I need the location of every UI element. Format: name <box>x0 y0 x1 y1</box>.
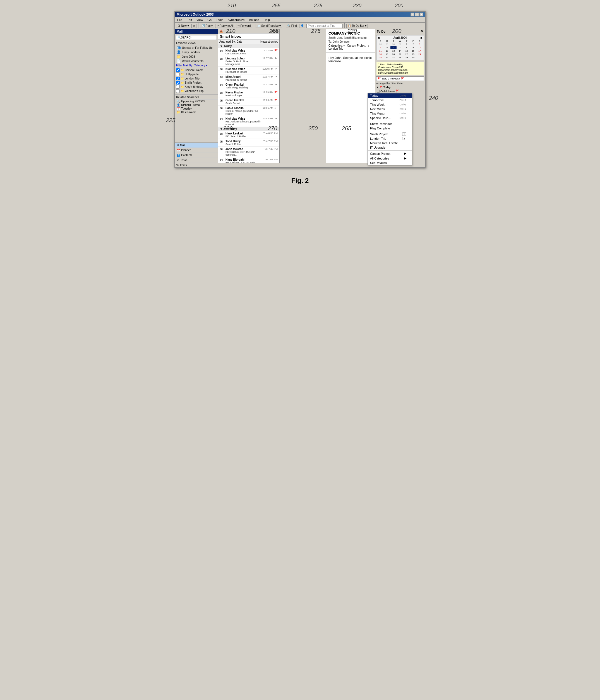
todo-call-johnson[interactable]: Call Johnson 🚩 <box>375 89 425 93</box>
cat-itupgrade[interactable]: 📁 IT Upgrade <box>175 72 218 76</box>
nav-planner[interactable]: 📅 Planner <box>175 148 218 153</box>
cal-day[interactable]: 14 <box>397 49 403 52</box>
sort-by[interactable]: Arranged By: Date <box>219 40 242 43</box>
cat-london-check[interactable] <box>176 77 180 80</box>
minimize-button[interactable]: ─ <box>410 12 414 17</box>
cal-day[interactable]: 28 <box>377 43 383 46</box>
cal-day[interactable]: 5 <box>384 46 390 49</box>
related-tuesday[interactable]: 📅 Tuesday <box>175 107 218 110</box>
cal-day[interactable]: 22 <box>404 53 410 56</box>
flag-icon[interactable]: 🚩 <box>274 99 278 105</box>
cal-day[interactable]: 4 <box>377 46 383 49</box>
cal-day[interactable]: 8 <box>404 46 410 49</box>
nav-mail[interactable]: ✉ Mail <box>175 143 218 148</box>
find-button[interactable]: 🔍 Find <box>286 24 298 28</box>
menu-london-trip[interactable]: London Trip 2 <box>368 136 412 141</box>
menu-synchronize[interactable]: Synchronize <box>226 18 246 22</box>
menu-flagcomplete[interactable]: Flag Complete <box>368 126 412 130</box>
sidebar-word[interactable]: 📄 Word Documents <box>175 59 218 63</box>
find-input[interactable] <box>306 24 343 28</box>
restore-button[interactable]: □ <box>415 12 419 17</box>
email-kevin[interactable]: ✉ Kevin Fischer toast no longer 12:29 PM… <box>218 90 279 98</box>
menu-nextweek[interactable]: Next Week Ctrl+4 <box>368 107 412 111</box>
reply-all-button[interactable]: ↩ Reply to All <box>215 24 235 28</box>
filter-mail[interactable]: Filter Mail By: Category ▾ <box>175 63 218 68</box>
email-glenn-2[interactable]: ✉ Glenn Frankel Smith Report 11:06 AM 🚩 <box>218 98 279 106</box>
cal-day[interactable]: 12 <box>384 49 390 52</box>
menu-thismonth[interactable]: This Month Ctrl+5 <box>368 111 412 116</box>
cal-day[interactable]: 24 <box>417 53 423 56</box>
menu-smith-project[interactable]: Smith Project 1 <box>368 132 412 136</box>
flag-icon[interactable]: 🚩 <box>274 91 278 97</box>
cat-carson-check[interactable] <box>176 68 180 72</box>
nav-tasks[interactable]: ☑ Tasks <box>175 158 218 163</box>
email-hans[interactable]: ✉ Hans Bjordahl RE: Outlook OOF the pain… <box>218 157 279 163</box>
cal-prev-button[interactable]: ◀ <box>377 36 380 39</box>
sort-order[interactable]: Newest on top <box>260 40 278 43</box>
cal-day[interactable]: 30 <box>410 56 416 59</box>
address-book-button[interactable]: 👤 <box>299 24 305 28</box>
cal-day[interactable]: 30 <box>390 43 397 46</box>
cal-next-button[interactable]: ▶ <box>421 36 423 39</box>
inbox-group-today[interactable]: ▼ Today <box>218 44 279 48</box>
cat-london[interactable]: 📁 London Trip <box>175 76 218 81</box>
email-nicholas-1[interactable]: ✉ Nicholas Valez Carson Document 1:02 PM… <box>218 48 279 56</box>
sidebar-june2003[interactable]: 📁 June 2003 <box>175 54 218 59</box>
cal-day[interactable]: 28 <box>397 56 403 59</box>
close-button[interactable]: ✕ <box>419 12 423 17</box>
delete-button[interactable]: ✕ <box>191 24 196 28</box>
cal-day[interactable]: 9 <box>410 46 416 49</box>
menu-marietta[interactable]: Marietta Real Estate <box>368 141 412 145</box>
menu-carson-project[interactable]: Carson Project ▶ <box>368 151 412 156</box>
cal-day[interactable]: 25 <box>377 56 383 59</box>
cal-day[interactable]: 19 <box>384 53 390 56</box>
cal-day[interactable]: 2 <box>410 43 416 46</box>
cat-valentine[interactable]: 📁 Valentine's Trip <box>175 89 218 93</box>
cat-smith[interactable]: 📁 Smith Project <box>175 81 218 85</box>
email-nicholas-2[interactable]: ✉ Nicholas Valez RE: toast no longer 12:… <box>218 67 279 74</box>
todo-bar-button[interactable]: 📋 To Do Bar ▾ <box>346 24 368 28</box>
menu-actions[interactable]: Actions <box>248 18 260 22</box>
cal-day[interactable]: 29 <box>404 56 410 59</box>
menu-specificdate[interactable]: Specific Date... Ctrl+6 <box>368 116 412 120</box>
new-button[interactable]: 🗒 New ▾ <box>176 24 190 28</box>
related-fp2003[interactable]: 🔍 Upgrading FP2003... <box>175 100 218 103</box>
cal-day[interactable]: 15 <box>404 49 410 52</box>
email-glenn-1[interactable]: ✉ Glenn Frankel Technology Training 12:3… <box>218 82 279 90</box>
sidebar-tracy[interactable]: 👤 Tracy Landers <box>175 50 218 54</box>
flag-icon[interactable]: 🏳 <box>274 117 278 126</box>
forward-button[interactable]: ➡ Forward <box>236 24 252 28</box>
cal-day[interactable]: 18 <box>377 53 383 56</box>
menu-view[interactable]: View <box>195 18 204 22</box>
menu-thisweek[interactable]: This Week Ctrl+3 <box>368 102 412 107</box>
email-todd[interactable]: ✉ Todd Briley Search Folder Tue 7:50 PM <box>218 139 279 147</box>
cal-day[interactable]: 29 <box>384 43 390 46</box>
checkbox[interactable] <box>377 90 380 93</box>
email-paolo[interactable]: ✉ Paolo Tosolini Outlook menus greyed fo… <box>218 106 279 116</box>
menu-help[interactable]: Help <box>262 18 271 22</box>
cal-day[interactable]: 31 <box>397 43 403 46</box>
email-mike[interactable]: ✉ Mike Arcuri RE: toast no longer 12:37 … <box>218 74 279 82</box>
nav-contacts[interactable]: 👥 Contacts <box>175 153 218 158</box>
cat-amy[interactable]: 📁 Amy's Birthday <box>175 85 218 89</box>
menu-tools[interactable]: Tools <box>215 18 224 22</box>
email-hank[interactable]: ✉ Hank Leukart RE: Search Folder Tue 8:5… <box>218 131 279 139</box>
flag-icon[interactable]: 🚩 <box>274 49 278 55</box>
todo-group-today[interactable]: ▼ 🚩 Today <box>375 85 425 89</box>
menu-itupgrade[interactable]: IT Upgrade <box>368 145 412 150</box>
cal-day[interactable]: 17 <box>417 49 423 52</box>
cal-day[interactable]: 13 <box>390 49 397 52</box>
reply-button[interactable]: 🔄 Reply <box>200 24 214 28</box>
cal-day[interactable]: 11 <box>377 49 383 52</box>
cal-day[interactable]: 10 <box>417 46 423 49</box>
cal-day[interactable]: 3 <box>417 43 423 46</box>
related-richard[interactable]: 👤 Richard Premo <box>175 103 218 107</box>
menu-file[interactable]: File <box>176 18 183 22</box>
flag-icon[interactable]: 🏳 <box>274 83 278 89</box>
flag-icon[interactable]: 🏳 <box>274 68 278 73</box>
cat-itupgrade-check[interactable] <box>176 73 180 76</box>
menu-go[interactable]: Go <box>206 18 213 22</box>
email-john-mc[interactable]: ✉ John McCrae RE: Outlook OOF, the pain … <box>218 147 279 157</box>
related-blue[interactable]: 📁 Blue Project <box>175 110 218 114</box>
menu-today[interactable]: Today Ctrl+1 <box>368 94 412 98</box>
